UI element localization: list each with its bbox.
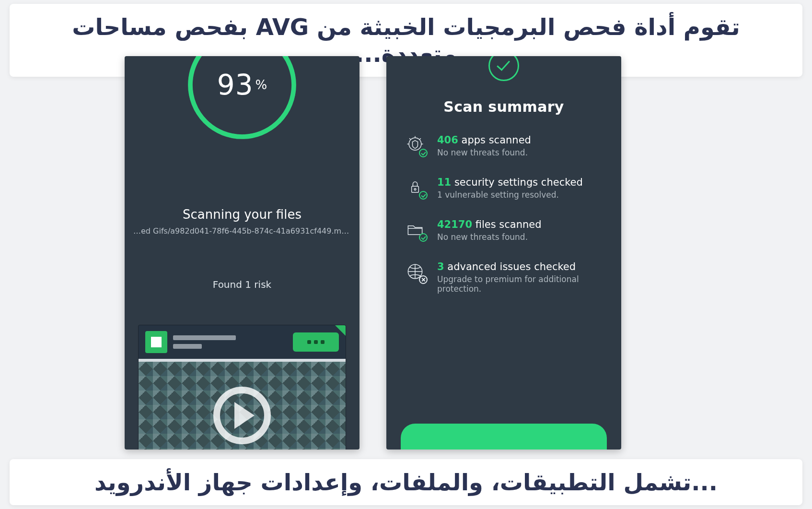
lock-shield-icon bbox=[405, 177, 426, 198]
ad-banner[interactable] bbox=[138, 325, 346, 450]
summary-item-apps: 406 apps scanned No new threats found. bbox=[405, 134, 603, 157]
progress-ring: 93 % bbox=[125, 56, 360, 174]
settings-label: security settings checked bbox=[451, 177, 583, 188]
primary-action-button[interactable] bbox=[401, 424, 607, 450]
globe-icon bbox=[405, 261, 426, 282]
scan-title: Scanning your files bbox=[125, 207, 360, 222]
play-icon[interactable] bbox=[213, 387, 271, 444]
success-check-icon bbox=[488, 56, 519, 81]
settings-sub: 1 vulnerable setting resolved. bbox=[437, 190, 583, 200]
settings-count: 11 bbox=[437, 177, 451, 188]
advanced-count: 3 bbox=[437, 261, 444, 272]
summary-item-settings: 11 security settings checked 1 vulnerabl… bbox=[405, 177, 603, 200]
apps-count: 406 bbox=[437, 134, 458, 146]
files-count: 42170 bbox=[437, 219, 472, 230]
advanced-sub: Upgrade to premium for additional protec… bbox=[437, 274, 603, 294]
advanced-label: advanced issues checked bbox=[444, 261, 576, 272]
phone-scanning: 93 % Scanning your files …ed Gifs/a982d0… bbox=[125, 56, 360, 450]
summary-item-advanced: 3 advanced issues checked Upgrade to pre… bbox=[405, 261, 603, 294]
apps-sub: No new threats found. bbox=[437, 148, 531, 157]
scan-file-path: …ed Gifs/a982d041-78f6-445b-874c-41a6931… bbox=[125, 226, 360, 236]
summary-item-files: 42170 files scanned No new threats found… bbox=[405, 219, 603, 242]
svg-rect-3 bbox=[412, 186, 419, 192]
progress-value: 93 bbox=[217, 69, 254, 101]
ad-cta-button[interactable] bbox=[293, 332, 339, 352]
percent-symbol: % bbox=[255, 78, 267, 92]
scan-risk-status: Found 1 risk bbox=[125, 279, 360, 290]
files-sub: No new threats found. bbox=[437, 232, 542, 242]
apps-shield-icon bbox=[405, 134, 426, 155]
folder-icon bbox=[405, 219, 426, 240]
svg-point-4 bbox=[414, 189, 416, 190]
caption-bottom: ...تشمل التطبيقات، والملفات، وإعدادات جه… bbox=[10, 459, 802, 505]
summary-title: Scan summary bbox=[386, 98, 621, 115]
ad-app-icon bbox=[145, 331, 167, 353]
phone-summary: Scan summary 406 apps scanned No new thr… bbox=[386, 56, 621, 450]
ad-video-area[interactable] bbox=[139, 362, 346, 450]
files-label: files scanned bbox=[472, 219, 542, 230]
apps-label: apps scanned bbox=[458, 134, 531, 146]
